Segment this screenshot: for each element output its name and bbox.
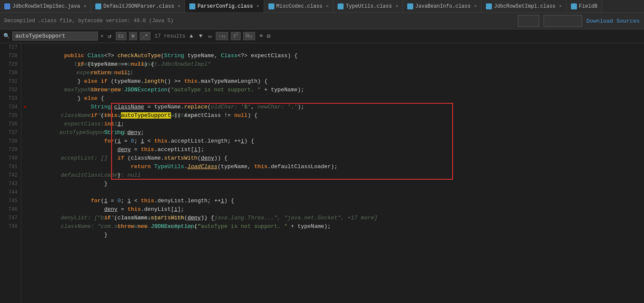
tab-defaultjsonparser[interactable]: DefaultJSONParser.class × (91, 0, 185, 12)
tab-label: FieldB (579, 3, 597, 9)
search-input[interactable] (12, 32, 98, 41)
prev-result-button[interactable]: ▲ (188, 32, 195, 40)
tab-label: JdbcRowSetImpl.class (494, 3, 556, 9)
search-icon: 🔍 (3, 33, 10, 39)
tab-label: JdbcRowSetImplSec.java (12, 3, 80, 9)
code-line-744: for(i = 0; i < this.denyList.length; ++i… (31, 188, 642, 197)
code-line-728: if (typeName == null) { (31, 52, 642, 60)
code-content: public Class<?> checkAutoType(String typ… (29, 43, 644, 303)
regex-button[interactable]: .* (140, 32, 150, 40)
code-line-741: } (31, 163, 642, 171)
tab-label: JavaBeanInfo.class (415, 3, 471, 9)
code-line-729: return null; (31, 60, 642, 69)
tab-fieldb[interactable]: FieldB (567, 0, 602, 12)
decompiled-message: Decompiled .class file, bytecode version… (4, 18, 173, 24)
code-area: 727 728 729 730 731 732 733 734 735 736 … (0, 43, 644, 303)
tab-label: DefaultJSONParser.class (103, 3, 174, 9)
next-result-button[interactable]: ▼ (197, 32, 204, 40)
tab-jdbcrowsetimpl[interactable]: JdbcRowSetImpl.class × (482, 0, 567, 12)
download-sources-button[interactable]: Download Sources (586, 18, 640, 24)
code-line-738: deny = this.acceptList[i]; acceptList: [… (31, 137, 642, 146)
code-line-739: if (className.startsWith(deny)) { (31, 146, 642, 154)
tab-label: ParserConfig.class (197, 3, 253, 9)
search-results-count: 17 results (155, 33, 185, 39)
tab-bar: JdbcRowSetImplSec.java × DefaultJSONPars… (0, 0, 644, 13)
tab-close[interactable]: × (474, 4, 477, 9)
tab-close[interactable]: × (178, 4, 181, 9)
tab-label: TypeUtils.class (346, 3, 392, 9)
info-bar: Decompiled .class file, bytecode version… (0, 13, 644, 29)
code-line-748: } (31, 222, 642, 231)
code-line-745: deny = this.denyList[i]; denyList: ["bsh… (31, 197, 642, 205)
tab-close[interactable]: × (395, 4, 398, 9)
filter-icon[interactable]: ⊟ (267, 33, 271, 40)
tab-parserconfig[interactable]: ParserConfig.class × (185, 0, 264, 12)
code-line-730: } else if (typeName.length() >= this.max… (31, 69, 642, 77)
superscript-btn[interactable]: TT (231, 32, 241, 40)
tab-label: MiscCodec.class (276, 3, 323, 9)
code-line-735: int i; (31, 111, 642, 120)
search-back-button[interactable]: ↺ (106, 32, 113, 40)
code-line-731: throw new JSONException("autoType is not… (31, 77, 642, 86)
match-word-button[interactable]: W (129, 32, 137, 40)
subscript-btn[interactable]: ₊TT (216, 32, 228, 40)
code-line-743 (31, 180, 642, 188)
tab-close[interactable]: × (326, 4, 329, 9)
search-bar: 🔍 ✕ ↺ Cc W .* 17 results ▲ ▼ ▭ ₊TT TT ⌸T… (0, 29, 644, 43)
tab-typeutils[interactable]: TypeUtils.class × (333, 0, 403, 12)
match-case-button[interactable]: Cc (116, 32, 126, 40)
tab-javabeaninfo[interactable]: JavaBeanInfo.class × (403, 0, 482, 12)
search-clear-button[interactable]: ✕ (100, 33, 103, 39)
code-line-734: if (this.autoTypeSupport || expectClass … (31, 103, 642, 111)
code-line-737: for(i = 0; i < this.acceptList.length; +… (31, 128, 642, 137)
line-numbers: 727 728 729 730 731 732 733 734 735 736 … (0, 43, 21, 303)
code-line-746: if (className.startsWith(deny)) { classN… (31, 205, 642, 214)
code-line-733: String className = typeName.replace(oldC… (31, 94, 642, 103)
code-line-742: } (31, 171, 642, 180)
tab-close[interactable]: × (256, 4, 259, 9)
expand-btn[interactable]: ≡ (258, 32, 265, 40)
tab-close[interactable]: × (83, 4, 86, 9)
code-line-727: public Class<?> checkAutoType(String typ… (31, 43, 642, 52)
code-line-736: String deny; (31, 120, 642, 128)
code-line-740: return TypeUtils.loadClass(typeName, thi… (31, 154, 642, 163)
code-line-732: } else { (31, 86, 642, 94)
gutter: ◈ (21, 43, 29, 303)
code-line-747: throw new JSONException("autoType is not… (31, 214, 642, 222)
tab-misccodec[interactable]: MiscCodec.class × (264, 0, 334, 12)
tab-jdbcrowsetimplsec[interactable]: JdbcRowSetImplSec.java × (0, 0, 91, 12)
toggle-context-button[interactable]: ▭ (206, 32, 213, 40)
regex2-btn[interactable]: ⌸TT (243, 32, 255, 40)
tab-close[interactable]: × (559, 4, 562, 9)
